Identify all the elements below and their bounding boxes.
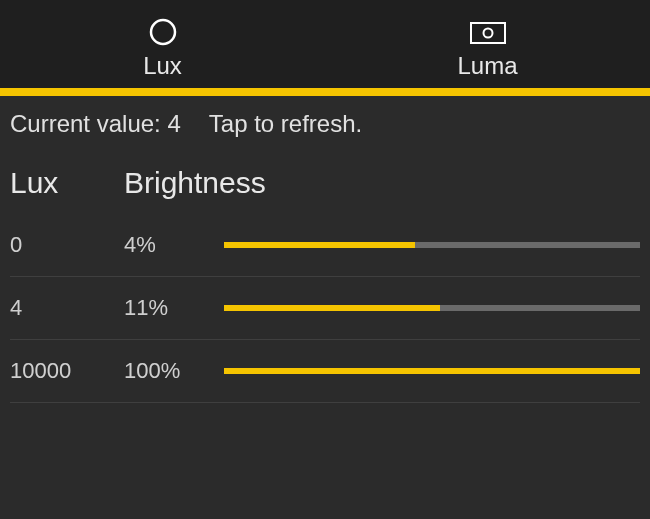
slider-track — [224, 242, 640, 248]
tab-lux[interactable]: Lux — [0, 0, 325, 88]
svg-point-0 — [151, 20, 175, 44]
table-row[interactable]: 4 11% — [10, 277, 640, 340]
svg-rect-1 — [471, 23, 505, 43]
current-value-label: Current value: — [10, 110, 161, 137]
table-headers: Lux Brightness — [0, 146, 650, 214]
header-brightness: Brightness — [124, 166, 224, 200]
tab-indicator-luma — [325, 88, 650, 90]
tab-luma[interactable]: Luma — [325, 0, 650, 88]
table-row[interactable]: 0 4% — [10, 214, 640, 277]
table-row[interactable]: 10000 100% — [10, 340, 640, 403]
tab-bar: Lux Luma — [0, 0, 650, 88]
current-value: Current value: 4 — [10, 110, 181, 138]
cell-lux: 0 — [10, 232, 124, 258]
tab-indicator-lux — [0, 88, 325, 96]
table-body: 0 4% 4 11% 10000 100% — [0, 214, 650, 403]
slider-track — [224, 368, 640, 374]
header-lux: Lux — [10, 166, 124, 200]
tab-luma-label: Luma — [457, 52, 517, 80]
slider-fill — [224, 242, 415, 248]
slider-fill — [224, 305, 440, 311]
tab-indicator — [0, 88, 650, 96]
circle-icon — [148, 14, 178, 50]
slider-fill — [224, 368, 640, 374]
cell-brightness: 4% — [124, 232, 224, 258]
brightness-slider[interactable] — [224, 277, 640, 339]
slider-track — [224, 305, 640, 311]
brightness-slider[interactable] — [224, 214, 640, 276]
current-value-number: 4 — [167, 110, 180, 137]
status-row[interactable]: Current value: 4 Tap to refresh. — [0, 96, 650, 146]
cell-brightness: 11% — [124, 295, 224, 321]
svg-point-2 — [483, 29, 492, 38]
camera-icon — [468, 14, 508, 50]
tab-lux-label: Lux — [143, 52, 182, 80]
cell-lux: 4 — [10, 295, 124, 321]
brightness-slider[interactable] — [224, 340, 640, 402]
cell-brightness: 100% — [124, 358, 224, 384]
cell-lux: 10000 — [10, 358, 124, 384]
refresh-hint: Tap to refresh. — [209, 110, 362, 138]
